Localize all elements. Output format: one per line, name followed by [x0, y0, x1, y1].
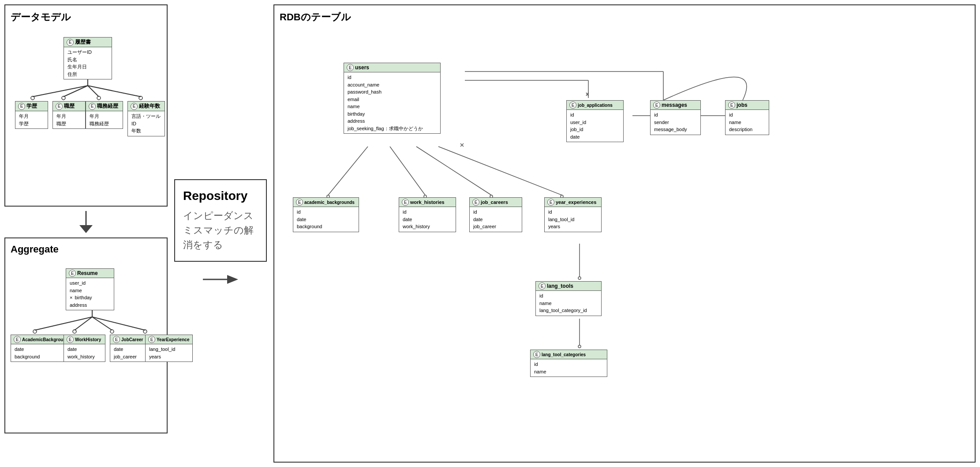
agg-resume-node: E Resume user_idname× birthdayaddress: [66, 268, 114, 310]
svg-line-48: [460, 143, 464, 147]
down-arrow: [4, 211, 168, 233]
shokumurekishi-node: E 職務経歴 年月職務経歴: [86, 101, 123, 129]
svg-line-2: [64, 86, 88, 97]
svg-line-36: [438, 147, 562, 195]
lang-tools-table: E lang_tools idnamelang_tool_category_id: [535, 281, 602, 316]
agg-jobcareer-node: E JobCareer datejob_career: [110, 335, 150, 362]
data-model-title: データモデル: [11, 11, 161, 24]
svg-point-22: [110, 330, 114, 333]
year-experiences-table: E year_experiences idlang_tool_idyears: [544, 197, 602, 232]
rdb-container: E users idaccount_namepassword_hashemail…: [280, 27, 969, 425]
svg-line-17: [75, 317, 92, 330]
svg-line-50: [586, 93, 588, 96]
rdb-title: RDBのテーブル: [280, 11, 969, 24]
svg-line-32: [390, 147, 425, 195]
svg-marker-14: [79, 225, 93, 233]
svg-line-49: [460, 143, 464, 147]
keikennensuu-node: E 経験年数 言語・ツールID年数: [127, 101, 165, 136]
svg-point-23: [143, 330, 147, 333]
right-panel: RDBのテーブル: [273, 4, 976, 463]
resume-header: E 履歴書: [64, 38, 112, 47]
repository-box: Repository インピーダンスミスマッチの解消をする: [174, 179, 267, 262]
gakureki-node: E 学歴 年月学歴: [15, 101, 48, 129]
repository-title: Repository: [183, 189, 258, 203]
users-table: E users idaccount_namepassword_hashemail…: [344, 63, 441, 134]
aggregate-box: Aggregate: [4, 237, 168, 433]
svg-point-5: [31, 96, 34, 100]
svg-line-51: [586, 93, 588, 96]
svg-point-45: [578, 345, 581, 348]
svg-line-16: [35, 317, 92, 330]
svg-line-18: [92, 317, 112, 330]
dm-container: E 履歴書 ユーザーID氏名生年月日住所 E 学歴 年月学歴: [11, 28, 161, 200]
jobs-table: E jobs idnamedescription: [725, 100, 769, 135]
svg-point-20: [33, 330, 37, 333]
middle-panel: Repository インピーダンスミスマッチの解消をする: [172, 4, 269, 463]
work-histories-table: E work_histories iddatework_history: [399, 197, 456, 232]
resume-node: E 履歴書 ユーザーID氏名生年月日住所: [64, 37, 112, 79]
svg-line-19: [92, 317, 145, 330]
shokureki-node: E 職歴 年月職歴: [52, 101, 86, 129]
svg-line-1: [33, 86, 88, 97]
svg-marker-29: [227, 275, 238, 284]
main-container: データモデル: [0, 0, 980, 467]
lang-tool-categories-table: E lang_tool_categories idname: [530, 350, 607, 377]
academic-backgrounds-table: E academic_backgrounds iddatebackground: [293, 197, 359, 232]
svg-point-43: [578, 277, 581, 279]
left-panel: データモデル: [4, 4, 168, 463]
svg-point-8: [139, 96, 142, 100]
messages-table: E messages idsendermessage_body: [650, 100, 701, 135]
agg-container: E Resume user_idname× birthdayaddress E …: [11, 260, 161, 427]
svg-line-4: [88, 86, 141, 97]
right-arrow: [203, 271, 238, 288]
repository-desc: インピーダンスミスマッチの解消をする: [183, 208, 258, 252]
svg-line-34: [416, 147, 491, 195]
svg-point-6: [62, 96, 65, 100]
aggregate-title: Aggregate: [11, 244, 161, 255]
svg-point-21: [73, 330, 76, 333]
resume-body: ユーザーID氏名生年月日住所: [64, 47, 112, 79]
agg-academic-node: E AcademicBackground datebackground: [11, 335, 72, 362]
data-model-box: データモデル: [4, 4, 168, 207]
agg-workhistory-node: E WorkHistory datework_history: [64, 335, 105, 362]
svg-line-30: [328, 147, 368, 195]
svg-point-7: [97, 96, 101, 100]
job-careers-table: E job_careers iddatejob_career: [469, 197, 522, 232]
svg-line-3: [88, 86, 99, 97]
job-applications-table: E job_applications iduser_idjob_iddate: [566, 100, 624, 142]
